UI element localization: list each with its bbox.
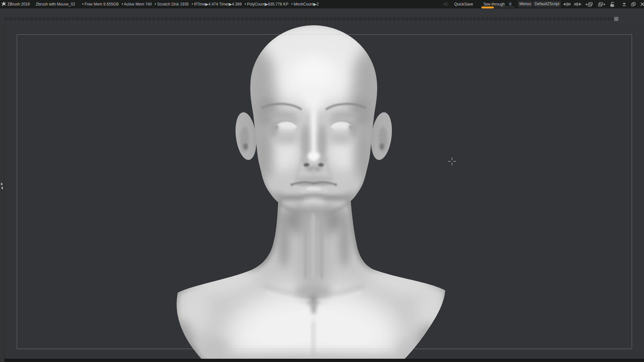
cursor-crosshair-icon	[448, 158, 456, 165]
close-tray-arrow-icon[interactable]	[1, 186, 3, 190]
left-tray-divider[interactable]	[0, 22, 5, 362]
see-through-label: See-through	[483, 2, 505, 6]
divider-texture	[1, 191, 4, 210]
dock-right-tray-icon[interactable]	[596, 2, 605, 7]
see-through-slider-handle[interactable]	[481, 6, 494, 8]
minimize-icon[interactable]	[622, 2, 627, 7]
scroll-palettes-left-icon[interactable]	[563, 2, 572, 7]
divider-texture	[1, 161, 4, 181]
zbrush-logo-icon	[1, 1, 7, 8]
default-zscript-button[interactable]: DefaultZScript	[533, 1, 561, 7]
horizontal-tray-divider[interactable]	[5, 17, 613, 21]
bottom-bar	[0, 359, 644, 362]
stat-active-mem: • Active Mem 740	[122, 0, 152, 8]
see-through-slider[interactable]: See-through 0	[481, 0, 515, 7]
sculpt-model	[0, 0, 644, 362]
quicksave-button[interactable]: QuickSave	[454, 0, 473, 8]
tray-divider-endcap[interactable]	[614, 17, 618, 21]
close-icon[interactable]	[640, 2, 644, 7]
stat-polycount: • PolyCount▶635.776 KP	[245, 0, 288, 8]
stat-free-mem: • Free Mem 9.555GB	[82, 0, 119, 8]
unlock-icon[interactable]	[609, 2, 615, 7]
project-title: Zbrush with Mouse_02	[36, 0, 75, 8]
top-shelf	[0, 8, 644, 22]
app-title: ZBrush 2019	[7, 0, 30, 8]
scroll-palettes-right-icon[interactable]	[573, 2, 581, 7]
open-tray-arrow-icon[interactable]	[1, 182, 3, 186]
status-readouts: • Free Mem 9.555GB • Active Mem 740 • Sc…	[82, 0, 319, 8]
stat-meshcount: • MeshCount▶2	[291, 0, 319, 8]
ac-button[interactable]: AC	[443, 0, 449, 8]
see-through-value: 0	[509, 2, 511, 6]
dock-left-tray-icon[interactable]	[585, 2, 594, 7]
restore-window-icon[interactable]	[631, 2, 636, 7]
stat-rtime-timer: • RTime▶4.474 Timer▶4.369	[192, 0, 242, 8]
titlebar: ZBrush 2019 Zbrush with Mouse_02 • Free …	[0, 0, 644, 8]
menus-button[interactable]: Menus	[518, 1, 533, 7]
stat-scratch-disk: • Scratch Disk 1935	[155, 0, 189, 8]
zbrush-window: { "window": { "app_name": "ZBrush 2019",…	[0, 0, 644, 362]
